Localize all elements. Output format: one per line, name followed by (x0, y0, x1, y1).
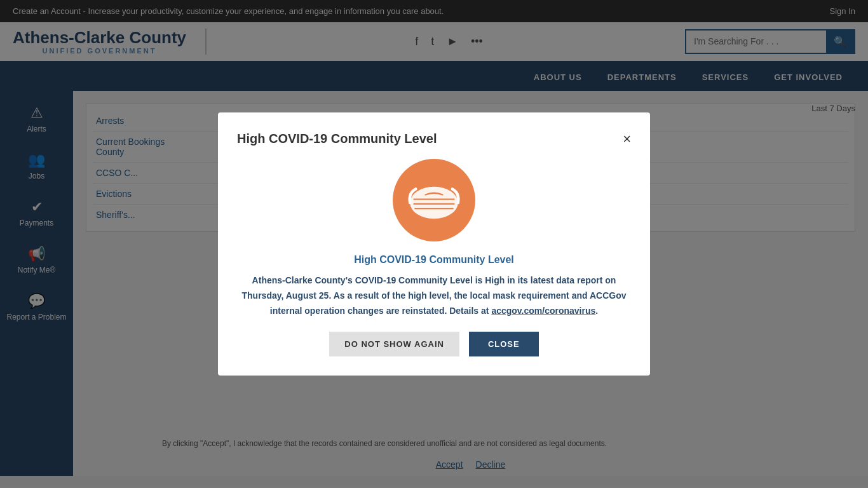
svg-point-0 (410, 187, 458, 219)
modal-title: High COVID-19 Community Level (237, 132, 437, 146)
modal-overlay: High COVID-19 Community Level × (0, 0, 868, 488)
mask-icon (405, 178, 463, 222)
modal-header: High COVID-19 Community Level × (237, 132, 631, 146)
modal-close-button[interactable]: × (623, 132, 631, 146)
mask-icon-circle (393, 159, 475, 241)
do-not-show-button[interactable]: DO NOT SHOW AGAIN (329, 332, 459, 356)
modal-icon-area (237, 159, 631, 241)
modal-body-title: High COVID-19 Community Level (237, 254, 631, 266)
modal: High COVID-19 Community Level × (218, 112, 650, 375)
modal-body-text: Athens-Clarke County's COVID-19 Communit… (237, 273, 631, 318)
coronavirus-link[interactable]: accgov.com/coronavirus (491, 306, 595, 316)
close-button[interactable]: CLOSE (469, 332, 539, 356)
modal-actions: DO NOT SHOW AGAIN CLOSE (237, 332, 631, 356)
